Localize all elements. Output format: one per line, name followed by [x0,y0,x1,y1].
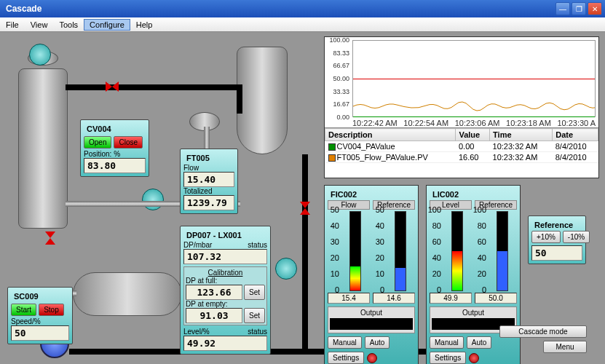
trend-table: DescriptionValueTimeDate CV004_PAValue0.… [325,128,598,163]
row-time: 10:23:32 AM [490,152,553,163]
col-desc[interactable]: Description [325,129,456,141]
dp007-dp-value: 107.32 [183,249,267,264]
lic002-level-bar [451,211,463,291]
col-value[interactable]: Value [456,129,490,141]
chart-yaxis: 100.00 83.33 66.67 50.00 33.33 16.67 0.0… [325,40,351,117]
series-color-icon [328,154,336,162]
xtick: 10:23:18 AM [506,119,551,127]
ytick: 0.00 [336,114,349,121]
fic002-flow-value: 15.4 [328,293,370,304]
minimize-button[interactable]: — [555,2,570,15]
menu-button[interactable]: Menu [543,341,587,353]
row-time: 10:23:32 AM [490,141,553,152]
lic002-title: LIC002 [430,189,517,200]
dp007-full-label: DP at full: [186,277,265,285]
tick: 0 [482,285,486,294]
reference-panel: Reference +10% -10% [528,215,586,264]
tick: 10 [331,269,339,278]
col-date[interactable]: Date [553,129,598,141]
tick: 40 [331,221,339,230]
ref-minus-button[interactable]: -10% [563,231,590,243]
ft005-flow-value: 15.40 [183,172,234,187]
footer-controls: Cascade mode Menu [499,325,587,353]
xtick: 10:23:30 A [557,119,596,127]
sc009-stop-button[interactable]: Stop [39,304,64,316]
output-meter [330,318,413,330]
lic002-ref-bar[interactable] [497,211,508,291]
row-value: 0.00 [456,141,490,152]
lic002-led-icon [469,353,479,363]
tick: 40 [478,253,486,262]
cascade-mode-button[interactable]: Cascade mode [499,325,587,338]
fic002-auto-button[interactable]: Auto [365,336,390,349]
ytick: 16.67 [333,100,349,108]
lic002-settings-button[interactable]: Settings [430,352,466,364]
tick: 80 [432,221,441,230]
window-title: Cascade [3,4,554,14]
cv004-open-button[interactable]: Open [84,136,111,149]
fic002-settings-button[interactable]: Settings [328,352,364,364]
ft005-flow-label: Flow [183,164,234,172]
dp007-status-label: status [248,241,267,249]
ytick: 33.33 [333,88,349,95]
maximize-button[interactable]: ❐ [572,2,586,15]
menu-tools[interactable]: Tools [53,19,84,31]
series-color-icon [328,143,336,151]
table-row[interactable]: FT005_Flow_PAValue.PV16.6010:23:32 AM8/4… [325,152,598,163]
ytick: 50.00 [333,75,349,82]
row-desc: FT005_Flow_PAValue.PV [337,153,428,162]
sensor-top [29,44,51,66]
tick: 100 [428,205,441,214]
tick: 40 [432,253,441,262]
output-label: Output [330,309,413,317]
dp007-level-label: Level/% [183,328,210,336]
ref-plus-button[interactable]: +10% [531,231,561,243]
chart-series-line [353,41,595,116]
pipe [237,84,242,114]
tick: 0 [380,285,384,294]
dp007-cal-title: Calibration [186,269,265,277]
cv004-panel: CV004 Open Close Position: % 83.80 [80,119,149,177]
menu-help[interactable]: Help [130,19,159,31]
trend-panel: 100.00 83.33 66.67 50.00 33.33 16.67 0.0… [324,36,599,178]
close-button[interactable]: ✕ [588,2,602,15]
tick: 0 [335,285,339,294]
sc009-start-button[interactable]: Start [11,304,36,316]
ytick: 83.33 [333,50,349,57]
fic002-ref-value: 14.6 [373,293,415,304]
sc009-speed-value[interactable] [11,325,69,341]
fic002-manual-button[interactable]: Manual [328,336,362,349]
tank1 [18,68,68,229]
cv004-close-button[interactable]: Close [114,136,143,149]
ref-value[interactable] [531,245,582,261]
lic002-ref-value: 50.0 [475,293,517,304]
cv004-pos-label: Position: % [84,150,146,158]
tick: 30 [376,237,384,246]
col-time[interactable]: Time [490,129,553,141]
lic002-auto-button[interactable]: Auto [467,336,492,349]
pipe [302,154,308,351]
tick: 20 [376,253,384,262]
ft005-panel: FT005 Flow 15.40 Totalized 1239.79 [180,149,238,214]
table-row[interactable]: CV004_PAValue0.0010:23:32 AM8/4/2010 [325,141,598,152]
dp007-level-status: status [248,328,267,336]
tick: 60 [432,237,441,246]
menu-view[interactable]: View [25,19,54,31]
lic002-manual-button[interactable]: Manual [430,336,464,349]
fic002-led-icon [367,353,377,363]
fic002-flow-bar [349,211,361,291]
tick: 60 [478,237,486,246]
dp007-set-empty[interactable]: Set [244,308,265,323]
tick: 50 [331,205,339,214]
menu-file[interactable]: File [0,19,25,31]
dp007-set-full[interactable]: Set [244,285,265,300]
xtick: 10:22:42 AM [352,119,398,127]
dp007-dp-label: DP/mbar [183,241,212,249]
ytick: 100.00 [329,36,349,44]
titlebar: Cascade — ❐ ✕ [0,0,605,17]
fic002-ref-bar[interactable] [395,211,406,291]
menubar: File View Tools Configure Help [0,17,605,32]
menu-configure[interactable]: Configure [84,19,130,31]
sc009-panel: SC009 Start Stop Speed/% [7,287,73,344]
xtick: 10:23:06 AM [455,119,500,127]
